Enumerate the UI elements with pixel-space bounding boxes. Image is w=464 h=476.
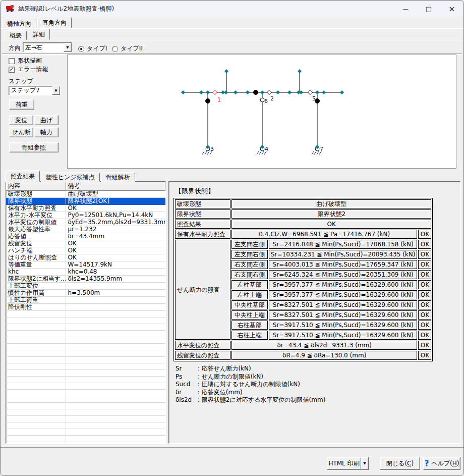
shear-value: Sr=3917.510 ≦ Min(Ps,Sucd)=16329.600 (kN… (269, 321, 417, 330)
table-row[interactable]: 残留変位OK (6, 240, 165, 247)
axial-button[interactable]: 軸力 (34, 127, 59, 137)
result-tabstrip: 照査結果塑性ヒンジ候補点骨組解析 (6, 170, 136, 182)
help-button[interactable]: ? ヘルプ(H) (423, 457, 460, 470)
node-icon (300, 91, 303, 94)
chevron-down-icon: ▼ (363, 461, 366, 465)
html-print-button[interactable]: HTML 印刷 (327, 457, 361, 470)
support-label: 7 (320, 146, 323, 152)
table-cell (6, 377, 66, 383)
result-tab-2[interactable]: 骨組解析 (101, 172, 135, 182)
table-cell: 限界状態 (6, 198, 66, 205)
table-row[interactable]: はりのせん断照査OK (6, 254, 165, 261)
maximize-button[interactable]: □ (417, 1, 440, 17)
chevron-down-icon[interactable]: ▼ (52, 86, 60, 95)
shear-ok: OK (418, 300, 431, 309)
shear-part: 左柱基部 (231, 280, 268, 289)
limit-state-title: 【限界状態】 (175, 187, 214, 196)
table-cell (66, 422, 165, 429)
direction-tab-0[interactable]: 橋軸方向 (2, 19, 36, 28)
table-cell (6, 422, 66, 429)
table-cell: δls2=14355.9mm (66, 276, 165, 283)
type2-radio[interactable]: タイプII (112, 44, 143, 53)
table-row[interactable]: 上部工変位 (6, 283, 165, 290)
table-row[interactable]: 保有水平耐力照査OK (6, 205, 165, 212)
table-row[interactable]: 慣性力作用高h=3.500m (6, 290, 165, 297)
step-value: ステップ7 (11, 86, 40, 95)
table-row-empty (6, 416, 165, 422)
shear-ok: OK (418, 280, 431, 289)
residual-label: 残留変位の照査 (175, 351, 230, 360)
minimize-button[interactable]: — (394, 1, 417, 17)
close-button[interactable]: × (440, 1, 463, 17)
node-icon (288, 91, 292, 94)
shear-value: Sr=2416.048 ≦ Min(Ps,Sucd)=17068.158 (kN… (269, 240, 417, 249)
load-button[interactable]: 荷重 (9, 99, 34, 110)
shear-value: Sr=6245.324 ≦ Min(Ps,Sucd)=20351.309 (kN… (269, 270, 417, 279)
table-cell (66, 318, 165, 324)
direction-label: 方向 (9, 44, 21, 52)
white-diamond-node-icon (267, 90, 272, 95)
table-row[interactable]: 等価重量W=14517.9kN (6, 261, 165, 269)
result-tab-1[interactable]: 塑性ヒンジ候補点 (41, 172, 100, 182)
shear-button[interactable]: せん断 (9, 127, 33, 137)
shear-part: 右支間左側 (231, 260, 268, 269)
table-row[interactable]: 応答値δr=43.4mm (6, 233, 165, 240)
error-info-checkbox[interactable]: ✓ エラー情報 (9, 65, 48, 74)
table-row-empty (6, 403, 165, 409)
table-row[interactable]: 水平変位の制限値δyEd=35.2mm,δls2d=9331.3mm (6, 219, 165, 226)
result-tab-0[interactable]: 照査結果 (6, 170, 40, 182)
legend-separator: : (198, 373, 202, 380)
help-icon: ? (425, 459, 429, 468)
view-tabstrip: 概要詳細 (5, 28, 51, 40)
table-row[interactable]: khckhc=0.48 (6, 269, 165, 276)
view-tab-0[interactable]: 概要 (5, 30, 27, 40)
table-row[interactable]: 限界状態限界状態2[OK] (6, 198, 165, 205)
support-hatch (259, 151, 261, 154)
shape-checkbox-label: 形状描画 (18, 57, 42, 65)
legend-symbol: δr (176, 389, 198, 396)
shear-ok: OK (418, 331, 431, 340)
table-cell: 上部工荷重 (6, 297, 66, 304)
white-diamond-node-icon (308, 90, 313, 95)
table-cell: 限界状態2[OK] (66, 198, 165, 205)
table-cell (66, 363, 165, 370)
legend-desc: 限界状態2に対応する水平変位の制限値(mm) (202, 396, 326, 403)
step-select[interactable]: ステップ7 ▼ (9, 86, 61, 95)
table-row[interactable]: 限界状態2に相当す...δls2=14355.9mm (6, 276, 165, 283)
print-dropdown-button[interactable]: ▼ (361, 457, 369, 470)
table-cell: ハンチ端 (6, 247, 66, 254)
table-row[interactable]: 水平力-水平変位Py0=12501.6kN,Pu=14.4kN (6, 212, 165, 219)
direction-select[interactable]: 左→右 ▼ (23, 42, 72, 52)
direction-tabstrip: 橋軸方向直角方向 (2, 17, 73, 28)
table-cell (6, 318, 66, 324)
shear-value: Sr=8327.501 ≦ Min(Ps,Sucd)=16329.600 (kN… (269, 300, 417, 309)
table-row[interactable]: 上部工荷重 (6, 297, 165, 304)
support-hatch (202, 151, 204, 154)
view-tab-1[interactable]: 詳細 (28, 28, 50, 40)
table-row[interactable]: 最大応答塑性率μr=1.232 (6, 226, 165, 233)
table-row[interactable]: 降伏剛性 (6, 304, 165, 311)
displacement-button[interactable]: 変位 (9, 115, 33, 125)
shear-ok: OK (418, 321, 431, 330)
table-cell (66, 377, 165, 383)
bending-button[interactable]: 曲げ (34, 115, 59, 125)
type1-radio-circle (78, 46, 84, 52)
type1-radio[interactable]: タイプI (78, 44, 107, 53)
limit-row-label: 限界状態 (175, 209, 230, 219)
legend-item: δls2d: 限界状態2に対応する水平変位の制限値(mm) (176, 396, 325, 404)
table-row[interactable]: ハンチ端OK (6, 247, 165, 254)
chevron-down-icon[interactable]: ▼ (64, 43, 72, 52)
frame-diagram: 3471256 (68, 55, 456, 168)
frame-reference-button[interactable]: 骨組参照 (9, 142, 59, 152)
close-dialog-button[interactable]: 閉じる(C) (380, 457, 420, 470)
node-icon (225, 70, 228, 73)
summary-col-remarks: 備考 (66, 182, 165, 191)
table-row[interactable]: 破壊形態曲げ破壊型 (6, 191, 165, 198)
legend-item: Sucd: 圧壊に対するせん断力の制限値(kN) (176, 381, 325, 389)
node-icon (246, 91, 250, 94)
node-icon (234, 91, 238, 94)
legend-item: Sr: 応答せん断力(kN) (176, 365, 325, 373)
direction-tab-1[interactable]: 直角方向 (37, 17, 72, 28)
node-icon (322, 91, 326, 94)
shape-draw-checkbox[interactable]: 形状描画 (9, 57, 42, 65)
